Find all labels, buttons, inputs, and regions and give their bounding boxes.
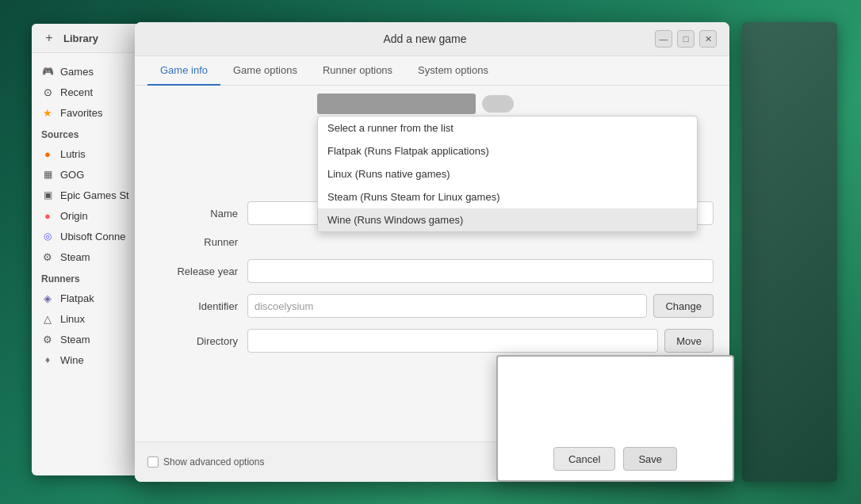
directory-row: Directory Move [151,329,714,353]
origin-icon [41,209,54,222]
sidebar-item-label: Linux [60,313,85,325]
advanced-checkbox[interactable] [147,456,159,468]
minimize-button[interactable]: — [655,30,672,48]
release-year-row: Release year [151,259,714,283]
linux-icon [41,312,54,325]
favorites-icon [41,106,54,119]
dialog-controls: — □ ✕ [655,30,717,48]
directory-field-group: Move [247,329,714,353]
identifier-input[interactable] [247,294,647,318]
identifier-row: Identifier Change [151,294,714,318]
identifier-field-group: Change [247,294,714,318]
runner-toggle[interactable] [482,95,514,113]
maximize-button[interactable]: □ [677,30,695,48]
runner-input-bar [317,94,476,114]
sidebar-item-label: Steam [60,251,90,263]
show-advanced-row[interactable]: Show advanced options [147,456,264,468]
name-label: Name [151,208,238,220]
steam-source-icon [41,250,54,263]
tab-runner-options[interactable]: Runner options [310,56,405,86]
overlay-save-button[interactable]: Save [623,447,677,471]
close-button[interactable]: ✕ [699,30,717,48]
directory-label: Directory [151,335,238,347]
epic-icon [41,189,54,201]
tabs: Game info Game options Runner options Sy… [135,56,729,86]
runner-option-wine[interactable]: Wine (Runs Windows games) [318,208,697,231]
runner-input-bar-row [317,94,698,114]
dialog-title: Add a new game [195,32,655,45]
show-advanced-label: Show advanced options [163,456,264,468]
flatpak-icon [41,292,54,304]
games-icon [41,65,54,78]
runner-row: Runner [151,236,714,248]
add-button[interactable]: + [41,30,57,46]
ubisoft-icon [41,230,54,242]
tab-game-info[interactable]: Game info [147,56,220,86]
release-year-input[interactable] [247,259,714,283]
directory-input[interactable] [247,329,658,353]
change-button[interactable]: Change [653,294,714,318]
recent-icon [41,86,54,98]
sidebar-item-label: Origin [60,210,88,222]
runner-label: Runner [151,236,238,248]
runner-option-linux[interactable]: Linux (Runs native games) [318,162,697,185]
tab-game-options[interactable]: Game options [220,56,310,86]
overlay-hint: Cancel Save [496,355,734,482]
library-title: Library [63,32,98,44]
overlay-cancel-button[interactable]: Cancel [553,447,615,471]
gog-icon [41,168,54,181]
dialog-titlebar: Add a new game — □ ✕ [135,22,729,56]
move-button[interactable]: Move [664,329,714,353]
runner-option-flatpak[interactable]: Flatpak (Runs Flatpak applications) [318,139,697,162]
runner-option-steam[interactable]: Steam (Runs Steam for Linux games) [318,185,697,208]
overlay-buttons: Cancel Save [553,447,677,471]
sidebar-item-label: Wine [60,354,84,366]
sidebar-item-label: Games [60,66,94,78]
lutris-icon [41,147,54,160]
sidebar-item-label: Ubisoft Conne [60,231,125,242]
right-panel-bg [742,22,837,482]
tab-system-options[interactable]: System options [405,56,501,86]
sidebar-item-label: Favorites [60,107,102,119]
sidebar-item-label: GOG [60,169,84,181]
release-year-label: Release year [151,265,238,277]
wine-icon [41,353,54,366]
identifier-label: Identifier [151,300,238,312]
runner-dropdown-overlay: Select a runner from the list Flatpak (R… [317,94,698,232]
sidebar-item-label: Steam [60,334,90,346]
sidebar-item-label: Recent [60,86,93,98]
sidebar-item-label: Lutris [60,148,86,160]
right-panel [742,22,837,482]
sidebar-item-label: Epic Games St [60,189,129,201]
steam-runner-icon [41,333,54,346]
sidebar-item-label: Flatpak [60,292,94,304]
runner-dropdown: Select a runner from the list Flatpak (R… [317,116,698,232]
runner-option-select[interactable]: Select a runner from the list [318,116,697,139]
